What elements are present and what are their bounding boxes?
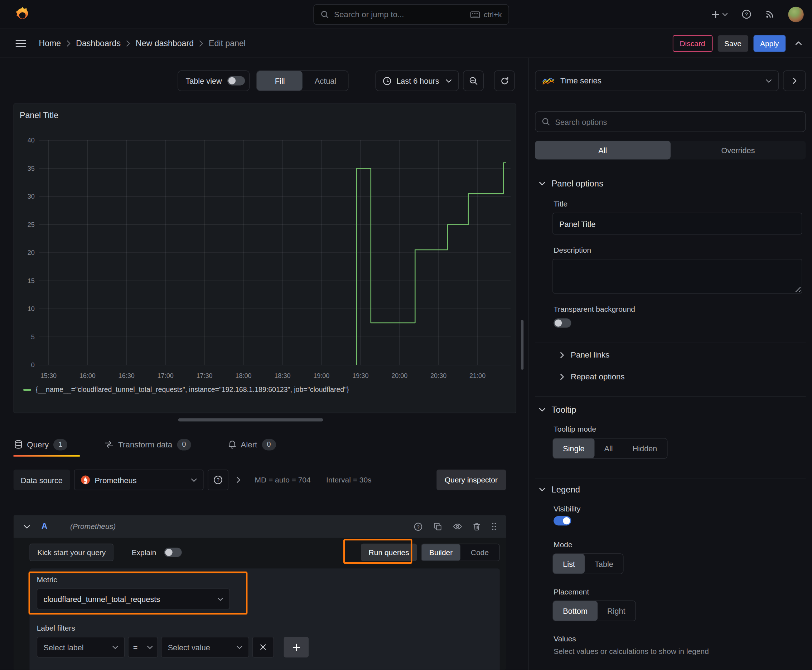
remove-query-trash-icon[interactable] xyxy=(473,523,480,530)
explain-toggle[interactable] xyxy=(164,548,181,557)
table-view-label: Table view xyxy=(185,76,222,85)
refresh-button[interactable] xyxy=(494,71,515,91)
query-actions-row: Kick start your query Explain Run querie… xyxy=(29,544,500,561)
builder-code-segmented: Builder Code xyxy=(421,544,500,561)
metric-select[interactable]: cloudflared_tunnel_total_requests xyxy=(37,589,230,609)
query-datasource-hint: (Prometheus) xyxy=(70,522,116,530)
chevron-down-icon xyxy=(237,645,242,649)
legend-mode-table[interactable]: Table xyxy=(585,554,623,574)
breadcrumb-home[interactable]: Home xyxy=(39,39,61,48)
svg-text:15:30: 15:30 xyxy=(41,372,57,379)
tooltip-mode-all[interactable]: All xyxy=(594,438,622,458)
horizontal-scrollbar[interactable] xyxy=(178,418,323,421)
collapse-options-pane-button[interactable] xyxy=(783,71,806,91)
kick-start-query-button[interactable]: Kick start your query xyxy=(29,544,114,561)
visualization-select[interactable]: Time series xyxy=(535,71,779,91)
svg-text:35: 35 xyxy=(27,165,35,172)
chevron-down-icon xyxy=(539,488,545,491)
options-search-input[interactable] xyxy=(555,117,799,126)
tooltip-section-header[interactable]: Tooltip xyxy=(539,405,806,415)
builder-option[interactable]: Builder xyxy=(421,544,460,560)
tooltip-mode-group: Single All Hidden xyxy=(553,438,667,459)
menu-toggle-icon[interactable] xyxy=(15,40,26,47)
operator-value: = xyxy=(133,643,138,652)
legend-item[interactable]: {__name__="cloudflared_tunnel_total_requ… xyxy=(23,386,349,394)
svg-text:20:30: 20:30 xyxy=(431,372,446,379)
time-range-picker[interactable]: Last 6 hours xyxy=(376,71,459,91)
global-search-input[interactable] xyxy=(334,10,465,19)
tooltip-section-title: Tooltip xyxy=(551,405,576,415)
legend-placement-label: Placement xyxy=(554,588,805,596)
panel-title-input[interactable] xyxy=(553,213,802,234)
apply-button[interactable]: Apply xyxy=(753,35,785,52)
svg-text:18:30: 18:30 xyxy=(274,372,290,379)
drag-handle-icon[interactable] xyxy=(492,522,497,530)
help-button[interactable]: ? xyxy=(741,9,751,19)
breadcrumb-dashboards[interactable]: Dashboards xyxy=(76,39,120,48)
chevron-down-icon[interactable] xyxy=(24,524,30,528)
breadcrumb-new-dashboard[interactable]: New dashboard xyxy=(136,39,194,48)
datasource-help-button[interactable]: ? xyxy=(208,470,229,490)
tab-overrides[interactable]: Overrides xyxy=(670,140,805,159)
zoom-out-button[interactable] xyxy=(463,71,484,91)
news-button[interactable] xyxy=(765,10,775,19)
duplicate-query-icon[interactable] xyxy=(434,523,442,530)
datasource-picker[interactable]: Prometheus xyxy=(74,470,204,490)
description-input[interactable] xyxy=(553,259,802,293)
tab-alert[interactable]: Alert 0 xyxy=(227,432,288,457)
operator-dropdown[interactable]: = xyxy=(128,637,158,658)
tab-transform-data[interactable]: Transform data 0 xyxy=(104,432,203,457)
search-icon xyxy=(542,117,550,126)
resize-handle-icon[interactable] xyxy=(795,286,800,292)
close-icon xyxy=(260,644,266,650)
table-view-toggle[interactable] xyxy=(228,76,245,86)
select-value-dropdown[interactable]: Select value xyxy=(161,637,249,658)
query-inspector-button[interactable]: Query inspector xyxy=(436,470,506,490)
grafana-logo[interactable] xyxy=(14,6,29,22)
query-options-expand-icon[interactable] xyxy=(237,477,240,483)
add-filter-button[interactable] xyxy=(284,637,309,658)
options-search[interactable] xyxy=(535,111,805,132)
panel-links-section[interactable]: Panel links xyxy=(560,349,806,361)
time-range-label: Last 6 hours xyxy=(396,76,439,85)
tab-query[interactable]: Query 1 xyxy=(14,432,80,457)
chevron-up-icon[interactable] xyxy=(795,42,802,45)
vertical-scrollbar[interactable] xyxy=(521,320,524,370)
transparent-background-toggle[interactable] xyxy=(554,318,571,328)
add-new-button[interactable] xyxy=(711,10,727,18)
svg-text:?: ? xyxy=(217,477,219,483)
tab-transform-count: 0 xyxy=(177,439,191,450)
repeat-options-section[interactable]: Repeat options xyxy=(560,371,806,382)
panel-options-section-header[interactable]: Panel options xyxy=(539,179,806,188)
svg-text:15: 15 xyxy=(27,277,35,284)
fill-option[interactable]: Fill xyxy=(257,71,303,91)
query-help-icon[interactable]: ? xyxy=(414,522,423,531)
legend-placement-group: Bottom Right xyxy=(553,601,636,621)
legend-placement-right[interactable]: Right xyxy=(598,601,636,621)
legend-mode-list[interactable]: List xyxy=(553,554,585,574)
tooltip-mode-hidden[interactable]: Hidden xyxy=(622,438,667,458)
select-label-dropdown[interactable]: Select label xyxy=(37,637,125,658)
actual-option[interactable]: Actual xyxy=(303,71,348,91)
user-avatar[interactable] xyxy=(788,7,804,22)
timeseries-chart[interactable]: 15:3016:0016:3017:0017:3018:0018:3019:00… xyxy=(18,130,513,381)
legend-visibility-toggle[interactable] xyxy=(554,516,571,525)
code-option[interactable]: Code xyxy=(460,544,499,560)
table-view-control: Table view xyxy=(178,71,250,91)
tab-all-options[interactable]: All xyxy=(535,140,670,159)
global-search[interactable]: ctrl+k xyxy=(313,4,509,25)
svg-text:19:30: 19:30 xyxy=(352,372,368,379)
panel-toolbar: Table view Fill Actual Last 6 hours xyxy=(0,71,515,91)
tooltip-mode-label: Tooltip mode xyxy=(554,425,805,433)
save-button[interactable]: Save xyxy=(717,35,748,52)
legend-placement-bottom[interactable]: Bottom xyxy=(553,601,598,621)
remove-filter-button[interactable] xyxy=(252,637,274,658)
discard-button[interactable]: Discard xyxy=(672,35,712,52)
legend-section-header[interactable]: Legend xyxy=(539,485,806,494)
chevron-right-icon xyxy=(560,352,564,358)
query-row-header[interactable]: A (Prometheus) ? xyxy=(14,515,506,538)
tooltip-mode-single[interactable]: Single xyxy=(553,438,594,458)
hide-response-eye-icon[interactable] xyxy=(453,523,462,530)
question-circle-icon: ? xyxy=(214,475,223,485)
run-queries-button[interactable]: Run queries xyxy=(361,544,417,561)
